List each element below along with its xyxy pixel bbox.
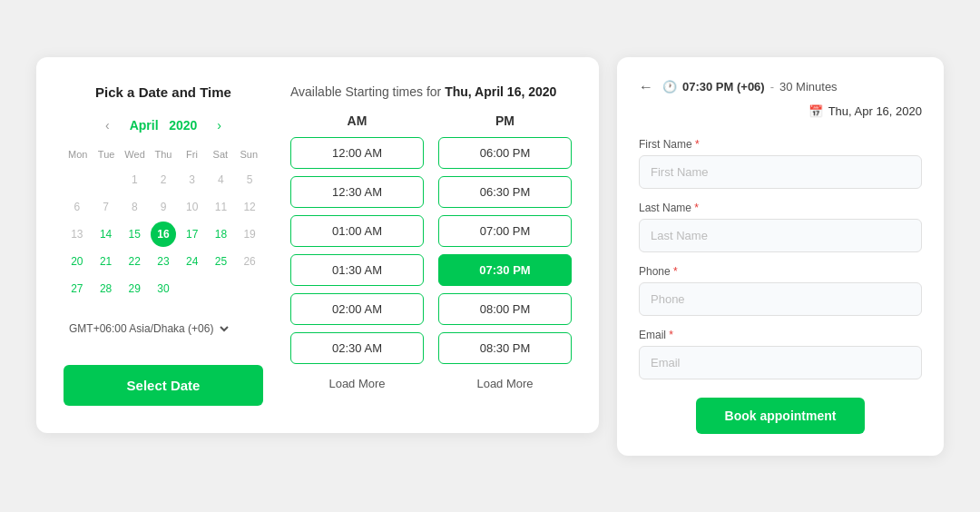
calendar-header: ‹ April 2020 ›	[64, 116, 263, 134]
calendar-day[interactable]: 29	[122, 276, 147, 301]
timezone-dropdown[interactable]: GMT+06:00 Asia/Dhaka (+06)	[64, 320, 231, 338]
timezone-select[interactable]: GMT+06:00 Asia/Dhaka (+06)	[64, 320, 263, 338]
load-more-pm[interactable]: Load More	[438, 371, 572, 396]
calendar-day[interactable]: 21	[93, 249, 119, 274]
weekday-label: Mon	[64, 145, 92, 163]
times-section: Available Starting times for Thu, April …	[290, 84, 572, 406]
left-card-inner: Pick a Date and Time ‹ April 2020 › MonT…	[64, 84, 572, 406]
calendar-day[interactable]: 14	[93, 222, 119, 247]
month-label: April	[130, 118, 159, 133]
booking-time-info: 🕐 07:30 PM (+06) - 30 Minutes	[662, 80, 838, 94]
weekday-label: Fri	[178, 145, 206, 163]
am-time-slot[interactable]: 12:00 AM	[290, 137, 424, 169]
calendar-day[interactable]: 16	[151, 222, 176, 247]
calendar-day[interactable]: 26	[237, 249, 262, 274]
calendar-day[interactable]: 2	[151, 167, 176, 192]
am-column: AM 12:00 AM12:30 AM01:00 AM01:30 AM02:00…	[290, 113, 424, 396]
left-card: Pick a Date and Time ‹ April 2020 › MonT…	[36, 57, 599, 433]
form-label-lastName: Last Name *	[639, 202, 922, 214]
calendar-day[interactable]: 24	[180, 249, 205, 274]
calendar-day	[208, 276, 233, 301]
main-container: Pick a Date and Time ‹ April 2020 › MonT…	[36, 57, 944, 456]
select-date-wrapper: Select Date	[64, 365, 263, 406]
weekday-label: Tue	[92, 145, 120, 163]
calendar-section: Pick a Date and Time ‹ April 2020 › MonT…	[64, 84, 263, 406]
times-title: Available Starting times for Thu, April …	[290, 84, 572, 99]
form-input-email[interactable]	[639, 346, 922, 379]
calendar-day[interactable]: 15	[122, 222, 147, 247]
form-group-email: Email *	[639, 329, 922, 379]
calendar-day[interactable]: 23	[151, 249, 176, 274]
form-group-phone: Phone *	[639, 265, 922, 316]
pm-slots: 06:00 PM06:30 PM07:00 PM07:30 PM08:00 PM…	[438, 137, 572, 364]
pm-time-slot[interactable]: 07:30 PM	[438, 254, 572, 286]
calendar-day[interactable]: 20	[64, 249, 90, 274]
month-year-label: April 2020	[130, 118, 198, 133]
weekday-label: Thu	[149, 145, 177, 163]
am-time-slot[interactable]: 02:30 AM	[290, 332, 424, 364]
calendar-day[interactable]: 25	[208, 249, 233, 274]
form-input-phone[interactable]	[639, 282, 922, 316]
calendar-day[interactable]: 3	[180, 167, 205, 192]
form-group-lastName: Last Name *	[639, 202, 922, 252]
weekday-label: Sun	[235, 145, 263, 163]
prev-month-button[interactable]: ‹	[100, 116, 115, 134]
calendar-day	[237, 276, 262, 301]
next-month-button[interactable]: ›	[211, 116, 227, 134]
booking-date: Thu, Apr 16, 2020	[828, 104, 922, 118]
am-time-slot[interactable]: 02:00 AM	[290, 293, 424, 325]
clock-icon: 🕐	[662, 80, 677, 94]
booking-separator: -	[770, 80, 774, 94]
pm-time-slot[interactable]: 06:00 PM	[438, 137, 572, 169]
form-label-phone: Phone *	[639, 265, 922, 278]
calendar-day[interactable]: 4	[208, 167, 233, 192]
am-time-slot[interactable]: 01:30 AM	[290, 254, 424, 286]
pm-time-slot[interactable]: 08:30 PM	[438, 332, 572, 364]
select-date-button[interactable]: Select Date	[64, 365, 263, 406]
days-grid: 1234567891011121314151617181920212223242…	[64, 167, 263, 301]
weekdays-row: MonTueWedThuFriSatSun	[64, 145, 263, 163]
calendar-day[interactable]: 17	[180, 222, 205, 247]
calendar-day[interactable]: 9	[151, 194, 176, 220]
calendar-day[interactable]: 1	[122, 167, 147, 192]
pm-header: PM	[438, 113, 572, 128]
calendar-day[interactable]: 30	[151, 276, 176, 301]
book-btn-wrapper: Book appointment	[639, 398, 922, 434]
booking-time: 07:30 PM (+06)	[682, 80, 765, 94]
calendar-day[interactable]: 12	[237, 194, 262, 220]
calendar-day[interactable]: 11	[208, 194, 233, 220]
right-card: ← 🕐 07:30 PM (+06) - 30 Minutes 📅 Thu, A…	[617, 57, 944, 456]
pm-time-slot[interactable]: 06:30 PM	[438, 176, 572, 208]
form-fields: First Name *Last Name *Phone *Email *	[639, 138, 922, 379]
calendar-day[interactable]: 22	[122, 249, 147, 274]
calendar-day[interactable]: 27	[64, 276, 90, 301]
pm-time-slot[interactable]: 07:00 PM	[438, 215, 572, 247]
calendar-day[interactable]: 5	[237, 167, 262, 192]
form-label-email: Email *	[639, 329, 922, 341]
am-time-slot[interactable]: 12:30 AM	[290, 176, 424, 208]
form-input-firstName[interactable]	[639, 155, 922, 189]
am-slots: 12:00 AM12:30 AM01:00 AM01:30 AM02:00 AM…	[290, 137, 424, 364]
calendar-day[interactable]: 10	[180, 194, 205, 220]
pm-time-slot[interactable]: 08:00 PM	[438, 293, 572, 325]
calendar-grid: MonTueWedThuFriSatSun 123456789101112131…	[64, 145, 263, 301]
booking-duration: 30 Minutes	[779, 80, 838, 94]
book-appointment-button[interactable]: Book appointment	[696, 398, 866, 434]
calendar-title: Pick a Date and Time	[64, 84, 263, 100]
form-input-lastName[interactable]	[639, 219, 922, 252]
calendar-day[interactable]: 28	[93, 276, 119, 301]
times-title-date: Thu, April 16, 2020	[445, 84, 556, 99]
calendar-day[interactable]: 19	[237, 222, 262, 247]
am-header: AM	[290, 113, 424, 128]
times-columns: AM 12:00 AM12:30 AM01:00 AM01:30 AM02:00…	[290, 113, 572, 396]
calendar-day[interactable]: 13	[64, 222, 90, 247]
load-more-am[interactable]: Load More	[290, 371, 424, 396]
pm-column: PM 06:00 PM06:30 PM07:00 PM07:30 PM08:00…	[438, 113, 572, 396]
calendar-day[interactable]: 8	[122, 194, 147, 220]
calendar-day[interactable]: 7	[93, 194, 119, 220]
calendar-day[interactable]: 6	[64, 194, 90, 220]
calendar-day[interactable]: 18	[208, 222, 233, 247]
form-label-firstName: First Name *	[639, 138, 922, 151]
am-time-slot[interactable]: 01:00 AM	[290, 215, 424, 247]
back-arrow[interactable]: ←	[639, 79, 653, 95]
